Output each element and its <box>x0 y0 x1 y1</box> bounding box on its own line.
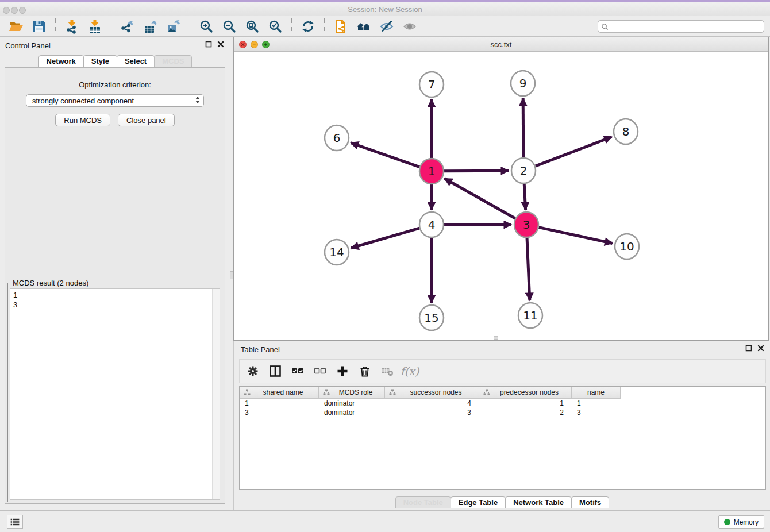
network-window: ✕ − + scc.txt 7968124314101511 <box>233 37 769 341</box>
graph-edge-4-14[interactable] <box>351 228 419 248</box>
graph-edge-1-6[interactable] <box>351 143 420 167</box>
network-canvas[interactable]: 7968124314101511 <box>234 52 768 340</box>
tab-mcds[interactable]: MCDS <box>154 55 192 67</box>
column-header-shared-name[interactable]: shared name <box>240 387 319 399</box>
hierarchy-icon <box>483 389 490 396</box>
graph-edge-2-3[interactable] <box>524 183 525 210</box>
float-panel-icon[interactable] <box>205 41 212 48</box>
select-all-columns-icon[interactable] <box>290 364 305 379</box>
close-panel-icon[interactable] <box>217 41 224 48</box>
result-scrollbar[interactable] <box>212 289 220 499</box>
graph-node-2[interactable]: 2 <box>511 158 536 183</box>
table-cell[interactable]: dominator <box>319 399 385 408</box>
svg-text:7: 7 <box>428 78 436 91</box>
hide-selection-eye-slash-icon[interactable] <box>378 18 395 35</box>
graph-node-10[interactable]: 10 <box>615 234 639 259</box>
control-panel-tabs: NetworkStyleSelectMCDS <box>0 55 230 67</box>
table-cell[interactable]: 1 <box>240 399 319 408</box>
table-panel-header: Table Panel <box>234 341 770 358</box>
canvas-scroll-handle[interactable] <box>494 336 498 340</box>
graph-node-9[interactable]: 9 <box>511 71 535 96</box>
save-session-icon[interactable] <box>30 18 48 35</box>
graph-node-4[interactable]: 4 <box>419 212 444 237</box>
table-cell[interactable]: dominator <box>319 408 385 417</box>
hierarchy-icon <box>323 389 330 396</box>
task-history-button[interactable] <box>7 515 23 529</box>
table-cell[interactable]: 2 <box>479 408 572 417</box>
export-network-icon[interactable] <box>119 18 136 35</box>
unselect-all-columns-icon[interactable] <box>313 364 328 379</box>
export-image-icon[interactable] <box>165 18 182 35</box>
column-header-predecessor-nodes[interactable]: predecessor nodes <box>479 387 572 399</box>
table-settings-gear-icon[interactable] <box>245 364 260 379</box>
zoom-in-icon[interactable] <box>198 18 215 35</box>
table-row[interactable]: 1dominator411 <box>240 399 765 408</box>
tab-network-table[interactable]: Network Table <box>505 496 572 508</box>
mcds-result-area[interactable]: 1 3 <box>10 288 220 500</box>
zoom-out-icon[interactable] <box>221 18 238 35</box>
run-mcds-button[interactable]: Run MCDS <box>55 114 110 126</box>
graph-node-7[interactable]: 7 <box>419 72 444 97</box>
search-field[interactable] <box>598 20 764 33</box>
tab-style[interactable]: Style <box>83 55 117 67</box>
export-table-icon[interactable] <box>142 18 159 35</box>
graph-edge-3-10[interactable] <box>538 228 612 244</box>
first-neighbors-houses-icon[interactable] <box>355 18 372 35</box>
network-window-titlebar[interactable]: ✕ − + scc.txt <box>234 37 768 52</box>
table-cell[interactable]: 1 <box>479 399 572 408</box>
delete-table-icon[interactable] <box>380 364 395 379</box>
control-panel-header: Control Panel <box>0 37 230 54</box>
hierarchy-icon <box>244 389 251 396</box>
table-row[interactable]: 3dominator323 <box>240 408 765 417</box>
delete-column-trash-icon[interactable] <box>357 364 372 379</box>
graph-node-3[interactable]: 3 <box>514 212 538 237</box>
function-builder-icon[interactable]: f(x) <box>402 364 417 379</box>
graph-node-15[interactable]: 15 <box>419 305 444 330</box>
new-network-from-selection-icon[interactable] <box>332 18 349 35</box>
memory-button[interactable]: Memory <box>718 515 764 529</box>
table-cell[interactable]: 4 <box>385 399 479 408</box>
svg-text:9: 9 <box>519 76 527 90</box>
graph-edge-2-9[interactable] <box>523 98 523 158</box>
graph-edge-2-8[interactable] <box>536 137 612 166</box>
create-column-plus-icon[interactable] <box>335 364 350 379</box>
criterion-dropdown[interactable]: strongly connected component <box>26 94 204 107</box>
node-table-header: shared nameMCDS rolesuccessor nodesprede… <box>240 387 765 399</box>
toolbar-separator <box>324 18 325 34</box>
import-table-icon[interactable] <box>86 18 103 35</box>
show-column-panel-icon[interactable] <box>268 364 283 379</box>
graph-edge-1-2[interactable] <box>444 171 509 171</box>
tab-select[interactable]: Select <box>117 55 155 67</box>
import-network-icon[interactable] <box>63 18 80 35</box>
zoom-fit-icon[interactable] <box>244 18 261 35</box>
tab-motifs[interactable]: Motifs <box>571 496 609 508</box>
graph-node-1[interactable]: 1 <box>419 159 444 184</box>
node-table-body: 1dominator4113dominator323 <box>240 399 765 417</box>
zoom-selected-icon[interactable] <box>267 18 284 35</box>
table-cell[interactable]: 3 <box>240 408 319 417</box>
float-table-panel-icon[interactable] <box>745 345 752 352</box>
show-all-eye-icon[interactable] <box>401 18 418 35</box>
graph-edge-3-1[interactable] <box>445 179 515 218</box>
search-input[interactable] <box>611 21 764 32</box>
graph-node-6[interactable]: 6 <box>325 125 349 151</box>
tab-edge-table[interactable]: Edge Table <box>451 496 506 508</box>
graph-node-11[interactable]: 11 <box>518 303 542 328</box>
status-bar: Memory <box>0 510 770 532</box>
column-header-name[interactable]: name <box>572 387 621 399</box>
graph-edge-3-11[interactable] <box>527 237 530 300</box>
close-table-panel-icon[interactable] <box>757 345 764 352</box>
table-cell[interactable]: 3 <box>385 408 479 417</box>
table-cell[interactable]: 3 <box>572 408 621 417</box>
column-header-mcds-role[interactable]: MCDS role <box>319 387 385 399</box>
graph-node-14[interactable]: 14 <box>325 240 349 265</box>
apply-layout-refresh-icon[interactable] <box>299 18 317 35</box>
column-header-successor-nodes[interactable]: successor nodes <box>385 387 479 399</box>
tab-node-table[interactable]: Node Table <box>395 496 451 508</box>
tab-network[interactable]: Network <box>38 55 84 67</box>
graph-node-8[interactable]: 8 <box>614 119 638 144</box>
window-title: Session: New Session <box>0 5 770 14</box>
close-panel-button[interactable]: Close panel <box>118 114 175 126</box>
open-file-icon[interactable] <box>7 18 25 35</box>
table-cell[interactable]: 1 <box>572 399 621 408</box>
